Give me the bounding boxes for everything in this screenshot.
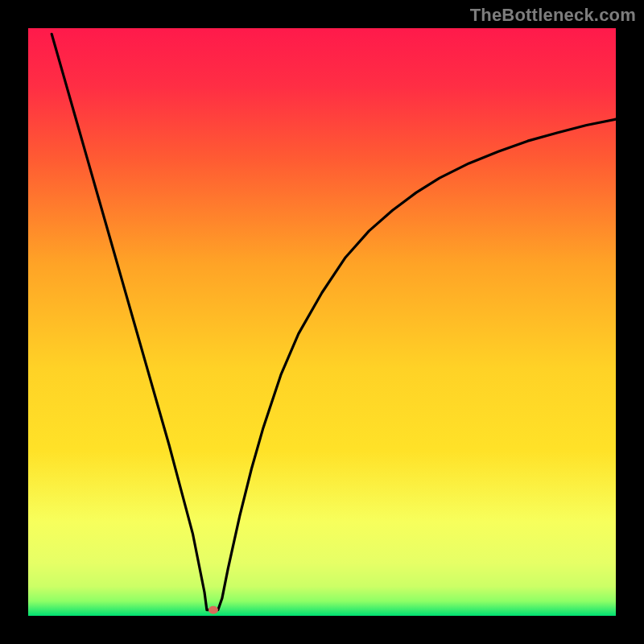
bottleneck-chart: [28, 28, 616, 616]
minimum-marker: [208, 606, 218, 614]
chart-stage: TheBottleneck.com: [0, 0, 644, 644]
chart-background: [28, 28, 616, 616]
watermark-label: TheBottleneck.com: [470, 5, 636, 26]
